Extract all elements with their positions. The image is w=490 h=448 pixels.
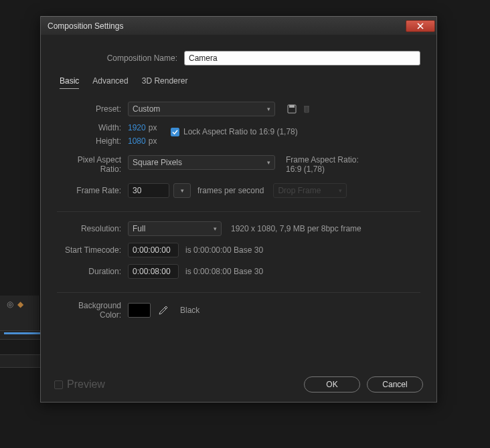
delete-preset-button: [299, 102, 314, 116]
bg-color-name: Black: [180, 306, 199, 315]
pixel-aspect-dropdown[interactable]: Square Pixels ▾: [128, 155, 275, 170]
pixel-aspect-value: Square Pixels: [133, 158, 182, 167]
preview-checkbox: [54, 380, 63, 389]
close-icon: [417, 23, 424, 29]
frame-rate-stepper[interactable]: ▾: [173, 183, 191, 198]
frame-rate-input[interactable]: 30: [128, 183, 169, 198]
eye-icon: ◎: [7, 300, 13, 309]
save-icon: [287, 104, 297, 114]
bg-color-label: Background Color:: [57, 301, 128, 320]
resolution-hint: 1920 x 1080, 7,9 MB per 8bpc frame: [231, 224, 361, 233]
close-button[interactable]: [406, 20, 435, 32]
frame-aspect-value: 16:9 (1,78): [286, 164, 359, 174]
frame-rate-label: Frame Rate:: [57, 186, 128, 195]
duration-input[interactable]: 0:00:08:00: [128, 264, 179, 279]
tab-basic[interactable]: Basic: [60, 76, 79, 89]
frame-rate-value: 30: [133, 186, 141, 195]
width-value[interactable]: 1920: [128, 123, 146, 132]
frame-aspect-label: Frame Aspect Ratio:: [286, 155, 359, 164]
composition-name-input[interactable]: [184, 51, 420, 66]
tab-advanced[interactable]: Advanced: [92, 76, 128, 89]
frame-rate-suffix: frames per second: [197, 186, 264, 195]
chevron-down-icon: ▾: [267, 159, 270, 166]
dialog-footer: Preview OK Cancel: [54, 376, 423, 393]
pixel-aspect-label: Pixel Aspect Ratio:: [57, 155, 128, 174]
width-unit: px: [149, 123, 157, 132]
start-timecode-input[interactable]: 0:00:00:00: [128, 243, 179, 257]
resolution-value: Full: [133, 224, 145, 233]
composition-name-label: Composition Name:: [57, 53, 184, 63]
titlebar: Composition Settings: [41, 16, 436, 35]
tab-bar: Basic Advanced 3D Renderer: [60, 76, 420, 90]
start-timecode-label: Start Timecode:: [57, 245, 128, 255]
cancel-button[interactable]: Cancel: [367, 376, 423, 393]
drop-frame-dropdown: Drop Frame ▾: [273, 183, 347, 198]
save-preset-button[interactable]: [284, 102, 299, 116]
chevron-down-icon: ▾: [339, 187, 342, 194]
duration-hint: is 0:00:08:00 Base 30: [185, 267, 263, 276]
bg-color-swatch[interactable]: [128, 303, 151, 318]
chevron-down-icon: ▾: [267, 106, 270, 112]
trash-icon: [303, 104, 311, 114]
chevron-down-icon: ▾: [214, 225, 217, 232]
resolution-dropdown[interactable]: Full ▾: [128, 221, 222, 236]
composition-settings-dialog: Composition Settings Composition Name: B…: [40, 16, 437, 403]
preset-label: Preset:: [57, 104, 128, 114]
ok-button[interactable]: OK: [304, 376, 360, 393]
resolution-label: Resolution:: [57, 224, 128, 233]
tab-3d-renderer[interactable]: 3D Renderer: [142, 76, 188, 89]
width-label: Width:: [57, 123, 128, 132]
height-label: Height:: [57, 136, 128, 146]
duration-value: 0:00:08:00: [133, 267, 171, 276]
height-value[interactable]: 1080: [128, 136, 146, 146]
bg-toolbar: ◎ ◆: [7, 300, 23, 309]
preview-label: Preview: [67, 378, 105, 390]
lock-aspect-checkbox[interactable]: [171, 128, 179, 136]
drop-frame-value: Drop Frame: [278, 186, 321, 195]
dialog-title: Composition Settings: [48, 21, 123, 31]
start-timecode-value: 0:00:00:00: [133, 245, 171, 255]
height-unit: px: [149, 136, 157, 146]
preset-value: Custom: [133, 104, 160, 114]
eyedropper-icon: [159, 306, 168, 315]
preset-dropdown[interactable]: Custom ▾: [128, 102, 275, 116]
duration-label: Duration:: [57, 267, 128, 276]
lock-aspect-label: Lock Aspect Ratio to 16:9 (1,78): [183, 127, 298, 136]
eyedropper-button[interactable]: [156, 303, 171, 318]
svg-rect-1: [289, 105, 295, 108]
start-timecode-hint: is 0:00:00:00 Base 30: [185, 245, 263, 255]
check-icon: [172, 129, 178, 135]
swatch-icon: ◆: [17, 300, 23, 309]
